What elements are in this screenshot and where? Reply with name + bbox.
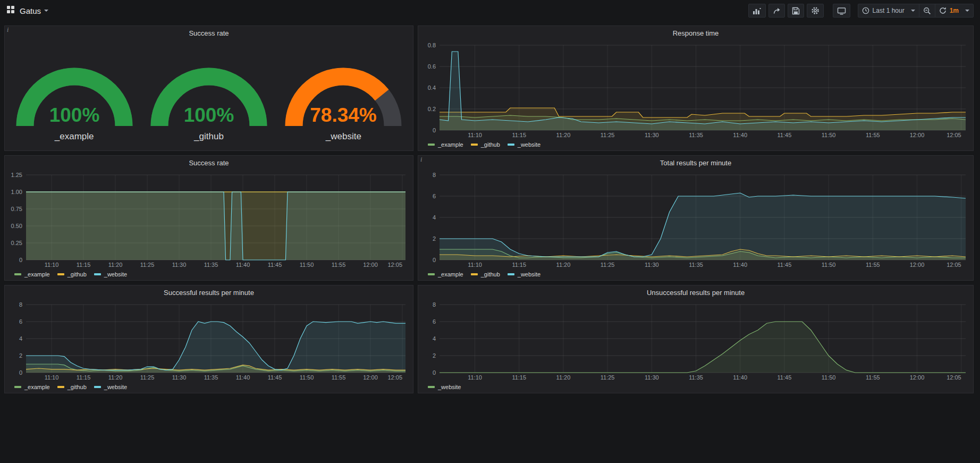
gauge-label: _github (194, 131, 224, 142)
svg-text:11:45: 11:45 (778, 132, 792, 138)
share-button[interactable] (768, 4, 785, 18)
svg-text:11:55: 11:55 (332, 262, 346, 268)
svg-text:12:00: 12:00 (910, 262, 925, 268)
legend-item-_website[interactable]: _website (94, 271, 127, 277)
svg-text:12:00: 12:00 (910, 374, 925, 381)
svg-text:11:50: 11:50 (300, 374, 314, 381)
chart-svg: 11:1011:1511:2011:2511:3011:3511:4011:45… (420, 170, 971, 270)
panel-header[interactable]: Response time (418, 26, 973, 40)
legend-marker (14, 386, 21, 388)
svg-text:11:45: 11:45 (268, 262, 282, 268)
svg-text:11:50: 11:50 (822, 132, 836, 138)
svg-text:12:05: 12:05 (947, 374, 961, 381)
svg-text:11:20: 11:20 (556, 262, 571, 268)
info-icon[interactable]: i (420, 156, 422, 164)
svg-text:11:40: 11:40 (733, 132, 747, 138)
panel-header[interactable]: Success rate (5, 26, 413, 40)
svg-text:0: 0 (433, 369, 436, 376)
panel-header[interactable]: Total results per minute (418, 156, 973, 170)
panel-header[interactable]: Unsuccessful results per minute (418, 285, 973, 299)
legend-item-_github[interactable]: _github (471, 141, 500, 148)
svg-text:6: 6 (19, 318, 22, 325)
info-icon[interactable]: i (7, 26, 9, 34)
time-controls: Last 1 hour 1m (858, 4, 974, 18)
apps-grid-icon[interactable] (6, 5, 15, 16)
svg-text:11:55: 11:55 (866, 374, 880, 381)
svg-text:11:10: 11:10 (468, 132, 482, 138)
gauge-_website: 78.34%_website (278, 46, 409, 142)
gear-icon (811, 6, 820, 15)
legend-item-_example[interactable]: _example (14, 384, 50, 390)
svg-text:11:25: 11:25 (140, 374, 155, 381)
settings-button[interactable] (807, 4, 824, 18)
svg-text:11:35: 11:35 (689, 132, 703, 138)
save-icon (792, 7, 800, 15)
svg-text:6: 6 (433, 193, 436, 199)
legend-item-_github[interactable]: _github (57, 271, 87, 277)
panel-title: Success rate (189, 29, 229, 37)
clock-icon (862, 7, 869, 14)
svg-text:11:25: 11:25 (140, 262, 155, 268)
svg-text:0: 0 (19, 257, 22, 263)
panel-header[interactable]: Successful results per minute (5, 285, 413, 299)
svg-text:0: 0 (433, 257, 436, 263)
svg-text:1.25: 1.25 (11, 172, 22, 178)
zoom-out-button[interactable] (919, 4, 935, 18)
legend-marker (94, 273, 101, 275)
unsuccessful-results-chart[interactable]: 11:1011:1511:2011:2511:3011:3511:4011:45… (420, 299, 971, 382)
success-rate-chart[interactable]: 11:1011:1511:2011:2511:3011:3511:4011:45… (7, 170, 411, 270)
legend-item-_example[interactable]: _example (428, 271, 463, 277)
total-results-chart[interactable]: 11:1011:1511:2011:2511:3011:3511:4011:45… (420, 170, 971, 270)
svg-text:11:35: 11:35 (204, 262, 218, 268)
svg-text:12:00: 12:00 (363, 374, 378, 381)
dashboard-title-dropdown[interactable]: Gatus (20, 6, 48, 15)
svg-text:1.00: 1.00 (11, 189, 22, 195)
legend-item-_github[interactable]: _github (57, 384, 87, 390)
time-range-button[interactable]: Last 1 hour (858, 4, 919, 18)
svg-text:0.6: 0.6 (428, 63, 436, 70)
tv-icon (837, 7, 846, 15)
cycle-view-button[interactable] (833, 4, 850, 18)
dashboard-title: Gatus (20, 6, 41, 15)
legend: _example_github_website (420, 140, 971, 149)
svg-text:11:20: 11:20 (108, 262, 123, 268)
legend-label: _example (24, 271, 50, 277)
panel-total-results: i Total results per minute 11:1011:1511:… (418, 155, 974, 281)
legend-marker (428, 386, 435, 388)
save-button[interactable] (788, 4, 804, 18)
legend-item-_example[interactable]: _example (14, 271, 50, 277)
legend-item-_website[interactable]: _website (94, 384, 127, 390)
svg-text:11:10: 11:10 (468, 374, 482, 381)
legend: _website (420, 382, 971, 392)
gauge-_example: 100%_example (9, 46, 140, 142)
svg-text:11:45: 11:45 (268, 374, 282, 381)
legend-item-_website[interactable]: _website (428, 384, 461, 390)
response-time-chart[interactable]: 11:1011:1511:2011:2511:3011:3511:4011:45… (420, 40, 971, 140)
add-panel-button[interactable] (748, 4, 766, 18)
svg-text:4: 4 (19, 335, 22, 342)
svg-text:11:15: 11:15 (512, 262, 526, 268)
legend-label: _github (481, 141, 500, 148)
refresh-button[interactable]: 1m (935, 4, 974, 18)
legend-item-_website[interactable]: _website (508, 141, 540, 148)
chevron-down-icon (44, 10, 48, 12)
legend-item-_website[interactable]: _website (508, 271, 540, 277)
refresh-icon (939, 7, 947, 14)
svg-text:11:20: 11:20 (556, 374, 571, 381)
gauge-label: _example (55, 131, 94, 142)
gauge-chart[interactable]: 100%_example100%_github78.34%_website (7, 40, 411, 149)
gauge-arc: 100% (143, 46, 274, 130)
legend-marker (508, 144, 514, 146)
panel-title: Response time (673, 29, 719, 37)
panel-header[interactable]: Success rate (5, 156, 413, 170)
successful-results-chart[interactable]: 11:1011:1511:2011:2511:3011:3511:4011:45… (7, 299, 411, 382)
chart-svg: 11:1011:1511:2011:2511:3011:3511:4011:45… (7, 299, 411, 382)
svg-text:11:40: 11:40 (733, 374, 747, 381)
gauge-value: 100% (184, 104, 234, 126)
legend-item-_example[interactable]: _example (428, 141, 463, 148)
legend-item-_github[interactable]: _github (471, 271, 500, 277)
svg-text:0.8: 0.8 (428, 42, 436, 48)
svg-text:11:10: 11:10 (45, 262, 59, 268)
legend-label: _website (104, 271, 127, 277)
svg-text:11:10: 11:10 (468, 262, 482, 268)
